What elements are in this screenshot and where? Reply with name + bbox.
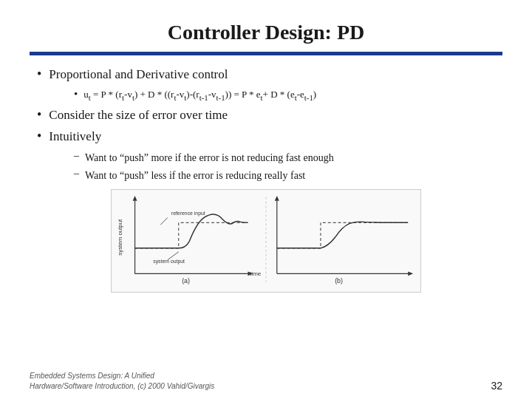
dash-2: – [74,168,79,180]
equation-text: ut = P * (rt-vt) + D * ((rt-vt)-(rt-1-vt… [83,88,316,103]
bullet-2-text: Consider the size of error over time [49,106,228,124]
diagram-svg: system output reference input system out… [112,190,420,292]
dash-1-text: Want to “push” more if the error is not … [85,150,334,166]
bullet-dot-3: • [37,129,41,144]
svg-text:reference input: reference input [171,211,205,217]
bullet-3: • Intuitively [37,128,502,146]
svg-text:(b): (b) [335,277,343,284]
svg-text:system output: system output [117,219,123,256]
sub-dot-1: • [74,88,78,100]
footer-line1: Embedded Systems Design: A Unified [30,371,214,381]
content-area: • Proportional and Derivative control • … [30,66,502,183]
dash-1: – [74,150,79,162]
footer-line2: Hardware/Software Introduction, (c) 2000… [30,381,214,392]
blue-divider [30,52,502,55]
bullet-1-text: Proportional and Derivative control [49,66,228,83]
svg-text:(a): (a) [182,277,190,284]
slide: Controller Design: PD • Proportional and… [0,0,532,399]
svg-text:time: time [250,270,261,277]
dash-bullet-1: – Want to “push” more if the error is no… [74,150,502,166]
bullet-dot-2: • [37,107,41,123]
slide-title: Controller Design: PD [30,15,502,44]
bullet-1: • Proportional and Derivative control [37,66,502,83]
sub-bullet-equation: • ut = P * (rt-vt) + D * ((rt-vt)-(rt-1-… [74,88,502,103]
footer-citation: Embedded Systems Design: A Unified Hardw… [30,371,214,392]
system-diagram: system output reference input system out… [111,189,421,293]
diagram-container: system output reference input system out… [30,189,502,293]
footer: Embedded Systems Design: A Unified Hardw… [30,371,502,392]
page-number: 32 [491,380,502,392]
bullet-2: • Consider the size of error over time [37,106,502,124]
dash-bullet-2: – Want to “push” less if the error is re… [74,168,502,183]
dash-2-text: Want to “push” less if the error is redu… [85,168,305,183]
bullet-dot-1: • [37,66,41,82]
bullet-3-text: Intuitively [49,128,101,146]
